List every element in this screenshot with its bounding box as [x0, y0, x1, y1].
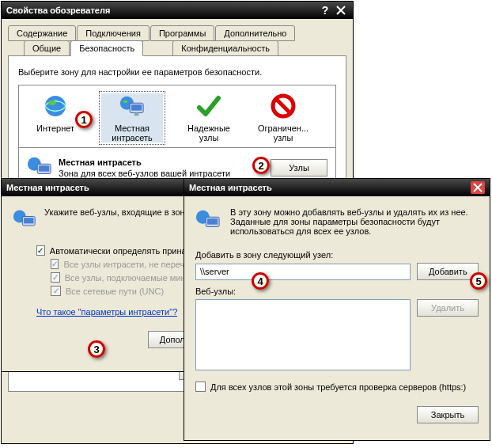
intranet-settings-link[interactable]: Что такое "параметры интрасети"? [36, 307, 177, 317]
globe-monitor-icon [119, 93, 145, 120]
callout-2: 2 [252, 157, 270, 174]
zones-list: Интернет Местная интрасеть Надежные узлы [18, 85, 336, 148]
remove-button: Удалить [417, 299, 479, 317]
svg-rect-8 [131, 104, 142, 111]
zone-intranet[interactable]: Местная интрасеть [101, 93, 163, 142]
checkbox-icon [51, 286, 61, 296]
window-title: Местная интрасеть [189, 183, 469, 192]
svg-point-4 [48, 101, 56, 105]
add-button[interactable]: Добавить [417, 263, 479, 280]
window-title: Свойства обозревателя [6, 6, 316, 15]
list-label: Веб-узлы: [195, 287, 479, 296]
tab-advanced[interactable]: Дополнительно [215, 25, 295, 41]
zone-restricted[interactable]: Ограничен... узлы [255, 93, 312, 142]
dialog-description: В эту зону можно добавлять веб-узлы и уд… [230, 207, 479, 236]
sites-button[interactable]: Узлы [271, 159, 327, 177]
globe-monitor-icon [195, 207, 221, 234]
local-intranet-advanced-window: Местная интрасеть В эту зону можно добав… [184, 178, 490, 441]
checkbox-icon [36, 245, 45, 256]
checkbox-label: Все сетевые пути (UNC) [66, 287, 164, 296]
globe-monitor-icon [13, 207, 36, 233]
zones-label: Выберите зону для настройки ее параметро… [18, 67, 336, 77]
svg-rect-17 [24, 218, 33, 223]
help-icon[interactable]: ? [318, 4, 332, 17]
svg-point-2 [45, 96, 66, 116]
require-https-checkbox[interactable]: Для всех узлов этой зоны требуется прове… [195, 382, 479, 392]
no-entry-icon [271, 93, 296, 120]
tab-general[interactable]: Общие [24, 40, 70, 56]
close-icon[interactable] [471, 181, 485, 194]
titlebar[interactable]: Свойства обозревателя ? [2, 2, 353, 19]
checkbox-icon [51, 259, 59, 269]
website-input[interactable] [195, 264, 411, 280]
close-icon[interactable] [334, 4, 348, 17]
add-label: Добавить в зону следующий узел: [195, 250, 479, 260]
zone-trusted[interactable]: Надежные узлы [180, 93, 237, 142]
callout-1: 1 [75, 111, 93, 128]
zone-name: Местная интрасеть [59, 158, 264, 167]
checkbox-icon [195, 382, 206, 392]
titlebar[interactable]: Местная интрасеть [184, 179, 490, 196]
zone-desc: Зона для всех веб-узлов вашей интрасети [59, 169, 264, 178]
svg-rect-9 [134, 112, 139, 116]
zone-label: Интернет [36, 123, 74, 133]
checkbox-label: Для всех узлов этой зоны требуется прове… [210, 382, 466, 392]
websites-listbox[interactable] [195, 299, 411, 370]
svg-point-6 [123, 100, 128, 103]
svg-rect-23 [207, 218, 218, 225]
close-button[interactable]: Закрыть [417, 406, 479, 423]
tab-security[interactable]: Безопасность [70, 40, 143, 56]
zone-label: Надежные узлы [180, 123, 237, 142]
tab-connections[interactable]: Подключения [77, 25, 149, 41]
zone-label: Местная интрасеть [101, 123, 163, 142]
callout-4: 4 [252, 272, 269, 290]
callout-5: 5 [470, 272, 487, 290]
zone-label: Ограничен... узлы [255, 123, 312, 142]
tab-programs[interactable]: Программы [150, 25, 214, 41]
checkbox-icon [51, 272, 60, 283]
svg-rect-14 [39, 165, 49, 172]
check-icon [196, 93, 221, 120]
svg-line-11 [276, 99, 290, 113]
tab-privacy[interactable]: Конфиденциальность [172, 40, 278, 56]
globe-icon [43, 93, 68, 120]
callout-3: 3 [88, 340, 105, 358]
tab-content[interactable]: Содержание [8, 25, 76, 41]
